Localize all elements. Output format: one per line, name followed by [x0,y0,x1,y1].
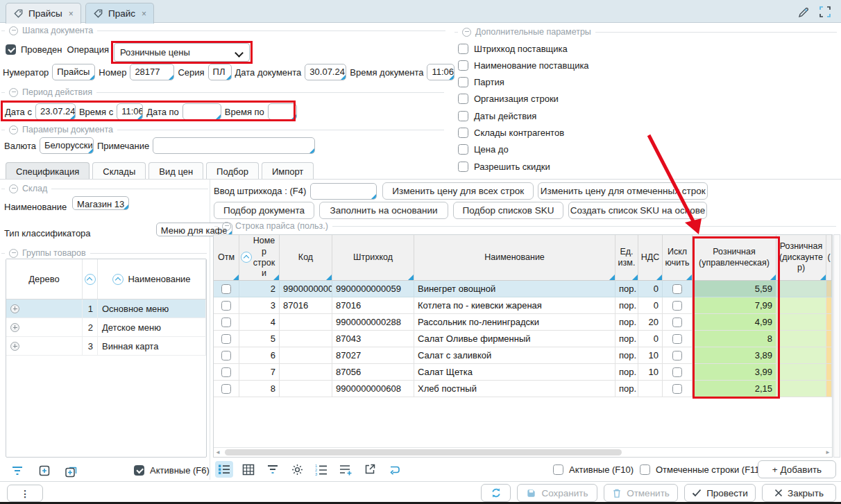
date-from-input[interactable]: 23.07.24 [35,103,76,120]
additional-param-row[interactable]: Штрихкод поставщика [458,43,589,54]
tab-import[interactable]: Импорт [262,162,314,180]
collapse-icon[interactable] [9,26,18,35]
col-unit[interactable]: Ед. изм. [615,235,638,281]
sort-asc-icon[interactable] [85,274,96,285]
collapse-icon[interactable] [9,125,18,134]
posted-checkbox[interactable] [6,44,16,55]
tab-selection[interactable]: Подбор [206,162,259,180]
open-external-icon[interactable] [361,461,379,478]
add-row-button[interactable]: + Добавить [758,460,836,478]
tab-warehouses[interactable]: Склады [92,162,146,180]
sort-asc-icon[interactable] [112,274,124,285]
create-sku-list-button[interactable]: Создать список SKU на основе [568,202,707,219]
param-checkbox[interactable] [458,111,468,121]
additional-param-row[interactable]: Разрешить скидки [458,161,589,172]
col-price-disc[interactable]: Розничная (дискаунтер) [776,235,826,281]
col-row-number[interactable]: Номер строки [239,235,280,281]
price-row[interactable]: 3 87016 87016 Котлета по - киевски жарен… [214,297,832,314]
mark-cell[interactable] [214,364,239,381]
mark-cell[interactable] [214,347,239,364]
exclude-checkbox[interactable] [672,284,682,294]
additional-param-row[interactable]: Даты действия [458,110,589,121]
change-price-marked-button[interactable]: Изменить цену для отмеченных строк [538,182,708,200]
tab-price-kind[interactable]: Вид цен [148,162,203,180]
mark-checkbox[interactable] [221,318,231,327]
price-row[interactable]: 2 9900000000059 9900000000059 Винегрет о… [214,281,832,297]
time-from-input[interactable]: 11:06 [117,103,143,120]
tab-praisy[interactable]: Прайсы × [6,3,81,24]
active-f10-checkbox[interactable] [553,464,563,475]
exclude-checkbox[interactable] [672,318,682,327]
price-row[interactable]: 8 9900000000608 Хлеб постный пор. 2,15 [214,381,832,397]
close-tab-icon[interactable]: × [67,9,74,19]
param-checkbox[interactable] [458,44,468,54]
warehouse-name-input[interactable]: Магазин 13 [72,196,129,210]
tab-prais[interactable]: Прайс × [85,3,154,24]
additional-param-row[interactable]: Склады контрагентов [458,127,589,138]
list-view-icon[interactable] [215,461,233,478]
active-f10-filter[interactable]: Активные (F10) [553,464,634,475]
expand-node-icon[interactable] [10,304,19,313]
exclude-checkbox[interactable] [672,384,682,394]
exclude-cell[interactable] [663,381,693,397]
col-extra-partial[interactable]: ( [826,235,832,281]
exclude-cell[interactable] [663,314,693,331]
scroll-left-icon[interactable]: ◄ [215,450,221,455]
additional-param-row[interactable]: Цена до [458,144,589,155]
exclude-cell[interactable] [663,364,693,381]
number-input[interactable]: 28177 [130,64,174,80]
name-column-header[interactable]: Наименование [98,259,206,299]
sort-asc-icon[interactable] [241,252,252,263]
mark-checkbox[interactable] [221,351,231,360]
collapse-icon[interactable] [9,184,18,193]
active-f6-checkbox[interactable] [134,465,144,476]
additional-param-row[interactable]: Партия [458,77,589,88]
close-tab-icon[interactable]: × [140,9,146,19]
marked-rows-filter[interactable]: Отмеченные строки (F11) [640,464,763,475]
exclude-cell[interactable] [663,331,693,347]
mark-checkbox[interactable] [221,384,231,394]
price-row[interactable]: 7 87056 Салат Щетка пор. 10 3,99 [214,364,832,381]
exclude-cell[interactable] [663,347,693,364]
collapse-icon[interactable] [9,88,18,97]
col-barcode[interactable]: Штрихкод [332,235,414,281]
note-input[interactable] [153,137,315,154]
save-button[interactable]: Сохранить [517,484,597,502]
param-checkbox[interactable] [458,60,468,71]
add-rows-icon[interactable] [337,461,355,478]
tree-cell[interactable] [6,337,83,356]
exclude-checkbox[interactable] [672,351,682,360]
collapse-icon[interactable] [462,28,471,37]
mark-cell[interactable] [214,281,239,297]
mark-checkbox[interactable] [221,334,231,344]
horizontal-scrollbar[interactable]: ◄ ► [214,447,832,457]
mark-cell[interactable] [214,381,239,397]
param-checkbox[interactable] [458,144,468,155]
series-input[interactable]: ПЛ [208,64,232,80]
additional-param-row[interactable]: Организация строки [458,94,589,105]
refresh-button[interactable] [481,484,511,502]
exclude-checkbox[interactable] [672,334,682,344]
col-exclude[interactable]: Исключить [663,235,693,281]
exclude-checkbox[interactable] [672,301,682,311]
expand-node-button[interactable] [35,462,53,479]
scroll-right-icon[interactable]: ► [825,450,831,455]
sort-column[interactable] [83,259,98,299]
price-row[interactable]: 5 87043 Салат Оливье фирменный пор. 0 8 [214,331,832,347]
price-row[interactable]: 6 87027 Салат с заливкой пор. 10 3,89 [214,347,832,364]
col-code[interactable]: Код [280,235,332,281]
fullscreen-button[interactable] [819,6,833,19]
tree-active-filter[interactable]: Активные (F6) [134,464,210,476]
more-actions-button[interactable]: ⋮ [7,485,43,502]
numerator-input[interactable]: Прайсы [52,64,95,80]
time-to-input[interactable] [268,103,297,120]
post-button[interactable]: Провести [684,484,756,502]
tree-row[interactable]: 2 Детское меню [6,318,206,337]
expand-node-icon[interactable] [10,342,19,351]
mark-cell[interactable] [214,331,239,347]
exclude-checkbox[interactable] [672,367,682,377]
param-checkbox[interactable] [458,77,468,87]
operation-select[interactable]: Розничные цены [114,43,250,62]
exclude-cell[interactable] [663,281,693,297]
mark-checkbox[interactable] [221,301,231,311]
